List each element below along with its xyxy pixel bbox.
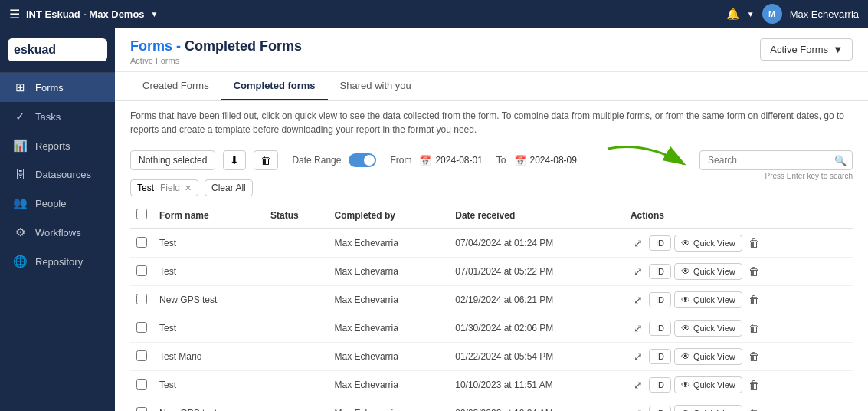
row-checkbox-cell: [130, 286, 153, 314]
avatar[interactable]: M: [762, 4, 782, 24]
open-external-icon[interactable]: ⤢: [631, 406, 646, 411]
to-date-value: 2024-08-09: [530, 155, 577, 166]
arrow-area: Test Field ✕ Clear All: [115, 179, 868, 202]
action-buttons: ⤢ ID 👁 Quick View 🗑: [631, 348, 847, 365]
from-date-field[interactable]: 📅 2024-08-01: [419, 155, 482, 166]
chevron-down-icon[interactable]: ▼: [151, 10, 159, 18]
row-completed-by: Max Echevarria: [329, 371, 450, 399]
id-button[interactable]: ID: [649, 377, 671, 393]
table-row: Test Max Echevarria 07/01/2024 at 05:22 …: [130, 258, 853, 286]
quick-view-button[interactable]: 👁 Quick View: [674, 291, 742, 308]
delete-row-icon[interactable]: 🗑: [745, 235, 762, 251]
bell-icon[interactable]: 🔔: [726, 8, 739, 20]
row-checkbox-cell: [130, 258, 153, 286]
delete-button[interactable]: 🗑: [254, 150, 278, 170]
nav-chevron-down-icon[interactable]: ▼: [747, 10, 755, 18]
id-button[interactable]: ID: [649, 349, 671, 364]
nav-left: ☰ INT Eskuad - Max Demos ▼: [9, 7, 159, 21]
row-status: [264, 258, 329, 286]
id-button[interactable]: ID: [649, 235, 671, 251]
delete-row-icon[interactable]: 🗑: [745, 377, 762, 393]
delete-row-icon[interactable]: 🗑: [745, 406, 762, 411]
eye-icon: 👁: [681, 238, 690, 248]
tab-shared-with-you[interactable]: Shared with you: [328, 72, 424, 100]
delete-row-icon[interactable]: 🗑: [745, 292, 762, 307]
sidebar-item-datasources[interactable]: 🗄 Datasources: [0, 160, 115, 189]
row-checkbox[interactable]: [136, 294, 147, 304]
table-row: New GPS test Max Echevarria 09/03/2023 a…: [130, 399, 853, 412]
chip-remove-icon[interactable]: ✕: [185, 183, 192, 193]
nothing-selected-button[interactable]: Nothing selected: [130, 150, 215, 170]
calendar-to-icon: 📅: [514, 155, 526, 166]
row-form-name: New GPS test: [153, 399, 264, 412]
row-status: [264, 371, 329, 399]
row-form-name: New GPS test: [153, 286, 264, 314]
quick-view-button[interactable]: 👁 Quick View: [674, 263, 742, 280]
sidebar-item-people[interactable]: 👥 People: [0, 189, 115, 218]
sidebar-item-tasks[interactable]: ✓ Tasks: [0, 102, 115, 131]
quick-view-label: Quick View: [693, 380, 735, 390]
select-all-checkbox[interactable]: [136, 209, 147, 219]
id-button[interactable]: ID: [649, 264, 671, 279]
row-checkbox[interactable]: [136, 350, 147, 361]
sidebar-logo: eskuad: [0, 28, 115, 73]
from-label: From: [390, 155, 411, 166]
sidebar-label-tasks: Tasks: [35, 111, 61, 123]
sidebar-item-workflows[interactable]: ⚙ Workflows: [0, 218, 115, 247]
row-checkbox[interactable]: [136, 379, 147, 390]
sidebar-item-forms[interactable]: ⊞ Forms: [0, 73, 115, 102]
sidebar-item-repository[interactable]: 🌐 Repository: [0, 247, 115, 276]
select-all-header: [130, 202, 153, 229]
open-external-icon[interactable]: ⤢: [631, 292, 646, 307]
app-title: INT Eskuad - Max Demos: [26, 8, 145, 20]
quick-view-button[interactable]: 👁 Quick View: [674, 320, 742, 337]
row-completed-by: Max Echevarria: [329, 399, 450, 412]
id-button[interactable]: ID: [649, 406, 671, 411]
id-button[interactable]: ID: [649, 292, 671, 307]
row-checkbox[interactable]: [136, 265, 147, 276]
hamburger-icon[interactable]: ☰: [9, 7, 20, 21]
search-icon[interactable]: 🔍: [834, 155, 847, 166]
row-date-received: 01/22/2024 at 05:54 PM: [449, 343, 624, 371]
toggle-knob: [364, 155, 375, 166]
eye-icon: 👁: [681, 323, 690, 334]
clear-all-button[interactable]: Clear All: [205, 179, 253, 196]
delete-row-icon[interactable]: 🗑: [745, 321, 762, 336]
open-external-icon[interactable]: ⤢: [631, 377, 646, 393]
quick-view-button[interactable]: 👁 Quick View: [674, 405, 742, 411]
row-status: [264, 399, 329, 412]
breadcrumb: Active Forms: [130, 56, 302, 65]
download-button[interactable]: ⬇: [223, 150, 246, 170]
quick-view-button[interactable]: 👁 Quick View: [674, 235, 742, 252]
logo-text: eskuad: [14, 43, 56, 57]
sidebar-label-repository: Repository: [35, 256, 83, 268]
row-checkbox-cell: [130, 314, 153, 343]
eye-icon: 👁: [681, 294, 690, 305]
search-input[interactable]: [699, 150, 853, 170]
id-button[interactable]: ID: [649, 321, 671, 336]
tabs-bar: Created Forms Completed forms Shared wit…: [115, 72, 868, 101]
quick-view-button[interactable]: 👁 Quick View: [674, 376, 742, 393]
row-checkbox[interactable]: [136, 237, 147, 248]
row-completed-by: Max Echevarria: [329, 229, 450, 258]
table-row: Test Max Echevarria 10/10/2023 at 11:51 …: [130, 371, 853, 399]
to-date-field[interactable]: 📅 2024-08-09: [514, 155, 577, 166]
row-form-name: Test Mario: [153, 343, 264, 371]
row-checkbox[interactable]: [136, 322, 147, 333]
delete-row-icon[interactable]: 🗑: [745, 264, 762, 279]
quick-view-button[interactable]: 👁 Quick View: [674, 348, 742, 365]
open-external-icon[interactable]: ⤢: [631, 235, 646, 251]
tab-completed-forms[interactable]: Completed forms: [221, 72, 328, 100]
description-text: Forms that have been filled out, click o…: [115, 101, 868, 144]
sidebar-item-reports[interactable]: 📊 Reports: [0, 131, 115, 160]
open-external-icon[interactable]: ⤢: [631, 321, 646, 336]
open-external-icon[interactable]: ⤢: [631, 264, 646, 279]
open-external-icon[interactable]: ⤢: [631, 349, 646, 364]
active-forms-button[interactable]: Active Forms ▼: [760, 38, 853, 61]
delete-row-icon[interactable]: 🗑: [745, 349, 762, 364]
date-range-toggle[interactable]: [349, 153, 376, 167]
tab-created-forms[interactable]: Created Forms: [130, 72, 221, 100]
action-buttons: ⤢ ID 👁 Quick View 🗑: [631, 291, 847, 308]
row-checkbox[interactable]: [136, 407, 147, 412]
table-row: Test Max Echevarria 01/30/2024 at 02:06 …: [130, 314, 853, 343]
